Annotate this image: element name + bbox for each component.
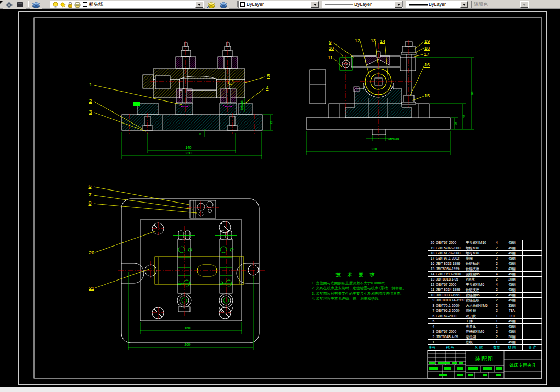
bom-row: 19GB/T5782-2000螺栓M10245钢 [428,245,542,251]
callout-19: 19 [424,39,430,44]
layer-previous-button[interactable] [217,1,229,9]
dim-160: 160 [185,326,191,330]
bom-cell: 2 [428,334,435,340]
bom-cell: GB/T67-2000 [435,240,465,245]
bom-cell: 4 [492,240,501,245]
bom-cell: JB/T8034-1999 [435,266,465,272]
technical-requirements: 技 术 要 求 1. 定位面与底面的垂直度误差不大于0.08mm;2. 夹具在机… [312,272,436,301]
bom-cell [435,340,465,345]
properties-button[interactable] [3,1,15,9]
bom-cell: 45钢 [501,329,523,334]
bom-cell: 9 [428,298,435,303]
bom-cell [523,277,542,282]
bom-row: 9JB/T8018.1A-1999铰链压板245钢 [428,298,542,303]
gear-icon [6,2,13,8]
lineweight-combobox[interactable]: ByLayer [406,1,468,8]
callout-7: 7 [88,192,91,197]
command-strip[interactable] [0,387,560,392]
callout-9: 9 [329,40,331,45]
bom-row: 2JB/T8045.4-95定位键220钢 [428,334,542,340]
bom-cell: 45钢 [501,266,523,272]
color-combobox[interactable]: ByLayer [238,1,319,8]
callout-21: 21 [89,286,94,291]
callout-4: 4 [266,85,268,91]
bom-cell: JB/T8045.4-95 [435,334,465,340]
clamp-right [215,231,237,313]
dim-94: 94 [471,91,474,95]
bom-cell: 13 [428,277,435,282]
bom-cell: 45钢 [501,293,523,298]
callout-18: 18 [424,46,430,51]
bom-cell: 铰链压板 [465,298,492,303]
make-current-layer-button[interactable] [205,1,217,9]
bom-table: 20GB/T67-2000平头螺钉M10445钢19GB/T5782-2000螺… [428,240,542,351]
dim-220: 220 [186,151,192,155]
bom-cell [523,272,542,277]
bom-row: 5工件145钢 [428,319,542,324]
bom-row: 3GB/T67-2000开槽螺钉M6245钢 [428,329,542,334]
bom-cell [523,308,542,313]
bom-cell: GB/T119.1-2000 [435,272,465,277]
bom-cell: 45钢 [501,256,523,261]
bom-cell: 夹具体 [465,324,492,329]
title-block-entries [429,362,502,376]
bom-cell: 45钢 [501,324,523,329]
bom-cell [523,313,542,319]
bom-cell: 2 [492,277,501,282]
bom-cell: 4 [492,282,501,287]
lineweight-combo-arrow[interactable] [460,1,468,8]
callout-6: 6 [88,184,91,189]
bom-cell: 5 [428,319,435,324]
toolbar-overflow-icon[interactable] [0,1,3,4]
bom-cell: GB/T67-2000 [435,313,465,319]
bom-cell: 开槽螺钉M6 [465,329,492,334]
bom-row: 13JB/T8018.1-95V形块220钢 [428,277,542,282]
bom-cell [523,319,542,324]
application-window: 粗头线 ByLayer [0,0,560,392]
dim-230: 230 [372,147,377,151]
bom-cell: GB/T97.1-2002 [435,256,465,261]
dim-6: 6 [199,132,201,136]
layer-manager-button[interactable] [30,1,42,9]
callout-16: 16 [424,62,430,68]
bom-cell [523,251,542,256]
dim-fit18: 18H7/g6 [388,137,399,140]
linetype-combo-arrow[interactable] [395,1,402,8]
bom-cell [435,319,465,324]
bom-header-cell: 备 注 [523,345,542,351]
bom-row: 14GB/T119.1-2000圆柱销d5445钢 [428,272,542,277]
callout-3: 3 [89,109,92,115]
bom-cell: 4 [428,324,435,329]
dim-fit5: 5H7/g6 [240,100,243,110]
callout-10: 10 [329,46,334,51]
bom-cell: 2 [492,266,501,272]
dark-sheet-icon [16,2,24,8]
top-view: 160 200 [118,199,266,350]
bom-cell [523,245,542,251]
bom-cell: 螺栓M10 [465,245,492,251]
color-combo-arrow[interactable] [311,1,319,8]
layer-combobox[interactable]: 粗头线 [50,1,204,8]
bom-cell: 1 [492,324,501,329]
bom-cell: 45钢 [501,245,523,251]
layer-combo-arrow[interactable] [195,1,203,8]
bom-cell: 对刀块 [465,313,492,319]
plotstyle-value-label: 随颜色 [474,1,488,8]
title-block-project-name: 铣床专用夹具 [509,363,536,368]
bom-cell: 2 [492,251,501,256]
sheet-button[interactable] [14,1,26,9]
bom-cell: JB/T8018.1A-1999 [435,298,465,303]
bom-cell: 铰链支座 [465,287,492,293]
toolbar-separator [234,1,238,7]
bom-cell: 15 [428,266,435,272]
bom-cell: 17 [428,256,435,261]
bom-cell: 20钢 [501,334,523,340]
bom-cell [523,261,542,266]
bom-cell: 1 [428,340,435,345]
bom-cell [523,256,542,261]
linetype-combobox[interactable]: ByLayer [322,1,403,8]
callout-1: 1 [89,82,92,87]
bom-cell: 20钢 [501,277,523,282]
bom-cell: 平头螺钉M6 [465,282,492,287]
bom-cell [523,324,542,329]
